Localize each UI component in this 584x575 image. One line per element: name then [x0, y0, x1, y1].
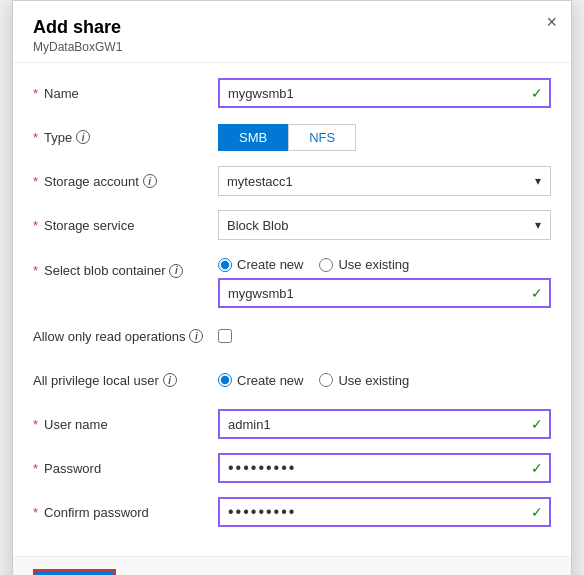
local-user-info-icon[interactable]: i	[163, 373, 177, 387]
blob-create-new-radio[interactable]	[218, 258, 232, 272]
confirm-password-input[interactable]	[218, 497, 551, 527]
smb-button[interactable]: SMB	[218, 124, 288, 151]
blob-use-existing-radio[interactable]	[319, 258, 333, 272]
type-label-text: Type	[44, 130, 72, 145]
password-label: * Password	[33, 461, 218, 476]
password-check-icon: ✓	[531, 460, 543, 476]
name-row: * Name ✓	[33, 77, 551, 109]
local-user-use-existing-option[interactable]: Use existing	[319, 373, 409, 388]
required-star-service: *	[33, 218, 38, 233]
local-user-label: All privilege local user i	[33, 373, 218, 388]
required-star: *	[33, 86, 38, 101]
password-input-wrapper: ✓	[218, 453, 551, 483]
nfs-button[interactable]: NFS	[288, 124, 356, 151]
name-check-icon: ✓	[531, 85, 543, 101]
type-buttons: SMB NFS	[218, 124, 356, 151]
name-input[interactable]	[218, 78, 551, 108]
type-label: * Type i	[33, 130, 218, 145]
add-share-dialog: Add share MyDataBoxGW1 × * Name ✓ * Type…	[12, 0, 572, 575]
read-only-label: Allow only read operations i	[33, 329, 218, 344]
storage-service-label: * Storage service	[33, 218, 218, 233]
blob-container-input-wrapper: ✓	[218, 278, 551, 308]
confirm-password-label: * Confirm password	[33, 505, 218, 520]
dialog-header: Add share MyDataBoxGW1 ×	[13, 1, 571, 63]
username-label-text: User name	[44, 417, 108, 432]
password-label-text: Password	[44, 461, 101, 476]
type-row: * Type i SMB NFS	[33, 121, 551, 153]
read-only-checkbox-wrapper	[218, 329, 551, 343]
password-input[interactable]	[218, 453, 551, 483]
dialog-title: Add share	[33, 17, 551, 38]
blob-container-input[interactable]	[218, 278, 551, 308]
storage-service-label-text: Storage service	[44, 218, 134, 233]
username-row: * User name ✓	[33, 408, 551, 440]
blob-container-controls: Create new Use existing ✓	[218, 257, 551, 308]
blob-use-existing-label: Use existing	[338, 257, 409, 272]
confirm-password-input-wrapper: ✓	[218, 497, 551, 527]
storage-account-label: * Storage account i	[33, 174, 218, 189]
local-user-radio-group: Create new Use existing	[218, 373, 551, 388]
local-user-create-new-option[interactable]: Create new	[218, 373, 303, 388]
blob-container-check-icon: ✓	[531, 285, 543, 301]
read-only-row: Allow only read operations i	[33, 320, 551, 352]
blob-container-label-text: Select blob container	[44, 263, 165, 278]
required-star-blob: *	[33, 263, 38, 278]
read-only-label-text: Allow only read operations	[33, 329, 185, 344]
confirm-password-check-icon: ✓	[531, 504, 543, 520]
storage-account-label-text: Storage account	[44, 174, 139, 189]
blob-container-radio-group: Create new Use existing	[218, 257, 551, 272]
dialog-body: * Name ✓ * Type i SMB NFS * Sto	[13, 63, 571, 556]
storage-account-info-icon[interactable]: i	[143, 174, 157, 188]
username-check-icon: ✓	[531, 416, 543, 432]
username-label: * User name	[33, 417, 218, 432]
confirm-password-row: * Confirm password ✓	[33, 496, 551, 528]
dialog-footer: Create	[13, 556, 571, 575]
storage-service-row: * Storage service Block Blob Page Blob A…	[33, 209, 551, 241]
close-button[interactable]: ×	[546, 13, 557, 31]
blob-container-label: * Select blob container i	[33, 257, 218, 278]
read-only-info-icon[interactable]: i	[189, 329, 203, 343]
local-user-create-new-radio[interactable]	[218, 373, 232, 387]
storage-service-select-wrapper: Block Blob Page Blob Azure Files	[218, 210, 551, 240]
blob-create-new-label: Create new	[237, 257, 303, 272]
blob-container-row: * Select blob container i Create new Use…	[33, 253, 551, 308]
required-star-username: *	[33, 417, 38, 432]
required-star-password: *	[33, 461, 38, 476]
local-user-row: All privilege local user i Create new Us…	[33, 364, 551, 396]
required-star-type: *	[33, 130, 38, 145]
storage-account-row: * Storage account i mytestacc1	[33, 165, 551, 197]
username-input[interactable]	[218, 409, 551, 439]
dialog-subtitle: MyDataBoxGW1	[33, 40, 551, 54]
local-user-create-new-label: Create new	[237, 373, 303, 388]
read-only-checkbox[interactable]	[218, 329, 232, 343]
storage-account-select[interactable]: mytestacc1	[218, 166, 551, 196]
blob-container-info-icon[interactable]: i	[169, 264, 183, 278]
required-star-storage: *	[33, 174, 38, 189]
name-label-text: Name	[44, 86, 79, 101]
confirm-password-label-text: Confirm password	[44, 505, 149, 520]
local-user-use-existing-label: Use existing	[338, 373, 409, 388]
password-row: * Password ✓	[33, 452, 551, 484]
local-user-use-existing-radio[interactable]	[319, 373, 333, 387]
storage-service-select[interactable]: Block Blob Page Blob Azure Files	[218, 210, 551, 240]
blob-use-existing-option[interactable]: Use existing	[319, 257, 409, 272]
local-user-label-text: All privilege local user	[33, 373, 159, 388]
storage-account-select-wrapper: mytestacc1	[218, 166, 551, 196]
username-input-wrapper: ✓	[218, 409, 551, 439]
required-star-confirm: *	[33, 505, 38, 520]
type-info-icon[interactable]: i	[76, 130, 90, 144]
create-button[interactable]: Create	[33, 569, 116, 575]
name-label: * Name	[33, 86, 218, 101]
blob-create-new-option[interactable]: Create new	[218, 257, 303, 272]
name-input-wrapper: ✓	[218, 78, 551, 108]
